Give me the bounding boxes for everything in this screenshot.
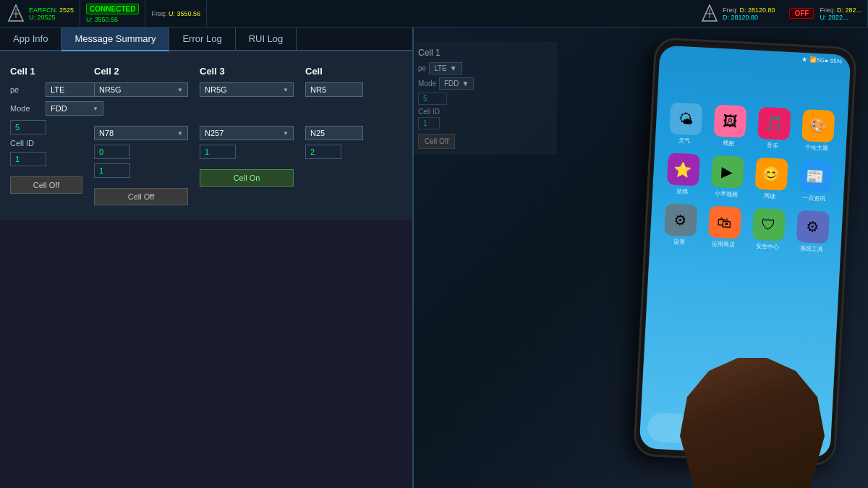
num2-row-2: 1 (94, 163, 188, 178)
tab-error-log[interactable]: Error Log (169, 27, 235, 50)
network-icon: 📶5G● (809, 56, 828, 64)
cell4-column: Cell NR5 N25 2 (305, 66, 363, 205)
cellid-value-row: 1 (10, 152, 82, 166)
dropdown-arrow-3: ▼ (283, 87, 289, 93)
status-cell-right: Freq: D: 28120.80 D: 28120.80 OFF Freq: … (694, 0, 868, 27)
partial-num-1: 1 (418, 117, 440, 129)
cell4-title: Cell (305, 66, 363, 77)
app-icon-9: 🛍 (707, 205, 741, 239)
app-label-10: 安全中心 (756, 242, 780, 252)
cell3-column: Cell 3 NR5G ▼ N257 ▼ 1 (200, 66, 294, 205)
partial-cell-off-btn[interactable]: Cell Off (418, 134, 455, 149)
type-dropdown-4[interactable]: NR5 (305, 82, 363, 97)
app-label-3: 个性主题 (805, 143, 829, 153)
app-label-9: 应用商店 (712, 240, 736, 249)
partial-type-val: LTE ▼ (429, 62, 462, 74)
dropdown-arrow-band2: ▼ (177, 130, 183, 137)
freq-d-label: Freq: D: 28120.80 (723, 7, 775, 14)
cell1-info: EARFCN: 2525 U: 20525 (29, 7, 74, 21)
app-icon-item-7[interactable]: 📰一点资讯 (796, 160, 834, 203)
app-icon-item-9[interactable]: 🛍应用商店 (705, 205, 743, 249)
type-dropdown-2[interactable]: NR5G ▼ (94, 82, 188, 97)
app-icon-3: 🎨 (801, 109, 835, 142)
panel-divider (412, 27, 414, 488)
type-row-3: NR5G ▼ (200, 82, 294, 97)
app-icon-item-10[interactable]: 🛡安全中心 (749, 207, 787, 251)
mode-row-1: Mode FDD ▼ (10, 101, 82, 116)
num-field-3[interactable]: 1 (200, 145, 236, 159)
type-row-2: NR5G ▼ (94, 82, 188, 97)
app-label-5: 小米视频 (714, 189, 738, 199)
cell-partial-left: Cell 1 pe LTE ▼ Mode FDD ▼ (10, 66, 82, 205)
app-icon-item-8[interactable]: ⚙设置 (661, 203, 699, 247)
num-row-4: 2 (305, 145, 363, 159)
num-field-4[interactable]: 2 (305, 145, 341, 159)
num2-field-2[interactable]: 1 (94, 163, 130, 178)
app-icon-item-2[interactable]: 🎵音乐 (754, 107, 792, 150)
dropdown-arrow-band3: ▼ (283, 130, 289, 137)
right-panel: Cell 1 pe LTE ▼ Mode FDD ▼ 5 Cell ID 1 C… (412, 27, 868, 488)
type-label-1: pe (10, 85, 43, 94)
num1-row-2: 0 (94, 145, 188, 159)
app-icon-item-5[interactable]: ▶小米视频 (708, 155, 746, 198)
band-dropdown-3[interactable]: N257 ▼ (200, 126, 294, 140)
tab-message-summary[interactable]: Message Summary (61, 27, 169, 51)
app-icon-5: ▶ (710, 155, 744, 188)
app-icon-4: ⭐ (666, 153, 699, 186)
band-row-3: N257 ▼ (200, 126, 294, 140)
app-label-0: 天气 (678, 137, 691, 145)
partial-num-5: 5 (418, 93, 447, 105)
app-icon-item-6[interactable]: 😊阅读 (752, 157, 790, 200)
connected-badge-1: CONNECTED (86, 4, 139, 14)
app-icon-item-1[interactable]: 🖼视图 (711, 104, 749, 147)
spacer-4 (305, 101, 363, 121)
freq-right2: Freq: D: 282... U: 2822... (820, 7, 861, 21)
signal-icon-1 (6, 4, 26, 24)
app-icon-11: ⚙ (796, 210, 829, 244)
type-dropdown-3[interactable]: NR5G ▼ (200, 82, 294, 97)
app-icon-item-3[interactable]: 🎨个性主题 (799, 109, 836, 153)
app-label-2: 音乐 (767, 141, 779, 150)
freq-u-right: D: 28120.80 (723, 14, 775, 21)
app-icon-7: 📰 (799, 160, 832, 193)
app-icon-item-11[interactable]: ⚙系统工具 (793, 210, 831, 254)
app-label-7: 一点资讯 (802, 194, 826, 203)
cell3-on-button[interactable]: Cell On (200, 169, 294, 187)
battery-indicator: 95% (830, 57, 842, 64)
type-row-4: NR5 (305, 82, 363, 97)
band-dropdown-2[interactable]: N78 ▼ (94, 126, 188, 140)
app-icon-item-4[interactable]: ⭐游戏 (664, 153, 702, 196)
cell2-column: Cell 2 NR5G ▼ N78 ▼ 0 (94, 66, 188, 205)
cell2-title: Cell 2 (94, 66, 188, 77)
freq-block-1: Freq: U: 3550.56 (151, 10, 200, 17)
num-row-3: 1 (200, 145, 294, 159)
app-label-8: 设置 (673, 238, 686, 247)
off-badge: OFF (789, 8, 814, 19)
earfcn-label: EARFCN: 2525 (29, 7, 74, 14)
tab-rui-log[interactable]: RUI Log (236, 27, 297, 50)
partial-type-label: pe (418, 64, 426, 72)
cellid-field[interactable]: 1 (10, 152, 46, 166)
top-status-bar: EARFCN: 2525 U: 20525 CONNECTED U: 3550.… (0, 0, 868, 27)
partial-cellid: Cell ID (418, 108, 551, 116)
cellid-row-1: Cell ID (10, 139, 82, 147)
num1-field-2[interactable]: 0 (94, 145, 130, 159)
app-label-1: 视图 (723, 139, 735, 147)
band-row-4: N25 (305, 126, 363, 140)
bluetooth-icon: ★ (801, 56, 808, 63)
partial-cell-label: Cell 1 (418, 48, 551, 58)
num-row-1: 5 (10, 120, 82, 134)
num-field-1[interactable]: 5 (10, 120, 46, 134)
app-label-6: 阅读 (764, 192, 776, 200)
app-label-11: 系统工具 (800, 244, 824, 254)
app-icon-item-0[interactable]: 🌤天气 (667, 102, 705, 145)
cell2-off-button[interactable]: Cell Off (94, 188, 188, 205)
freq-u-1: U: 3550.56 (86, 16, 139, 23)
apps-grid: 🌤天气🖼视图🎵音乐🎨个性主题⭐游戏▶小米视频😊阅读📰一点资讯⚙设置🛍应用商店🛡安… (650, 58, 851, 265)
tab-app-info[interactable]: App Info (0, 27, 61, 50)
main-panel: App Info Message Summary Error Log RUI L… (0, 27, 412, 488)
status-connected-1: CONNECTED U: 3550.56 (80, 0, 145, 27)
freq-right: Freq: D: 28120.80 D: 28120.80 (723, 7, 775, 21)
cell1-off-button[interactable]: Cell Off (10, 176, 82, 194)
band-dropdown-4[interactable]: N25 (305, 126, 363, 140)
